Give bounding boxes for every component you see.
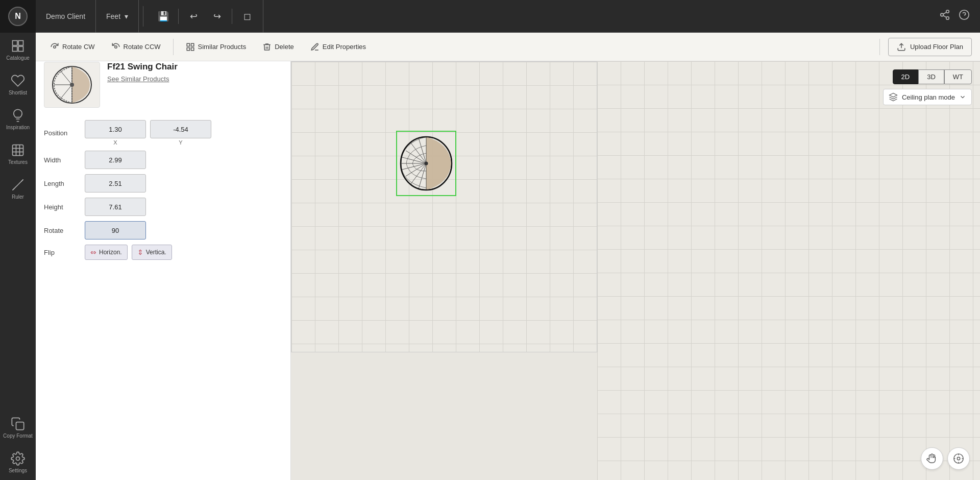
top-bar: N Demo Client Feet ▾ 💾 ↩ ↪ ◻ (0, 0, 980, 33)
unit-selector[interactable]: Feet ▾ (96, 0, 139, 33)
flip-horizontal-button[interactable]: ⇔ Horizon. (85, 245, 128, 260)
ruler-icon (11, 178, 25, 192)
product-name: Ff21 Swing Chair (107, 62, 178, 72)
sidebar-item-textures[interactable]: Textures (0, 137, 36, 172)
rotate-label: Rotate (44, 227, 85, 234)
svg-rect-10 (18, 46, 23, 51)
properties-section: Position X Y Width Length He (36, 116, 290, 273)
canvas-grid-right (597, 61, 980, 480)
canvas-grid-left (291, 61, 597, 352)
view-2d-button[interactable]: 2D (893, 69, 919, 84)
compass-tool-button[interactable] (947, 447, 970, 470)
sidebar-label-inspiration: Inspiration (6, 125, 30, 131)
textures-icon (11, 143, 25, 157)
product-info: Ff21 Swing Chair See Similar Products (36, 54, 290, 116)
svg-rect-29 (191, 47, 193, 50)
length-input[interactable] (85, 174, 146, 193)
share-button[interactable] (939, 9, 950, 23)
sidebar-item-settings[interactable]: Settings (0, 445, 36, 480)
flip-row: Flip ⇔ Horizon. ⇕ Vertica. (44, 245, 282, 260)
delete-icon (262, 42, 272, 52)
width-input[interactable] (85, 151, 146, 169)
height-input[interactable] (85, 198, 146, 216)
position-label: Position (44, 129, 85, 137)
delete-label: Delete (275, 43, 294, 51)
logo-area: N (0, 0, 36, 33)
position-y-input[interactable] (150, 120, 211, 138)
client-name: Demo Client (36, 0, 96, 33)
length-label: Length (44, 180, 85, 187)
sidebar-item-catalogue[interactable]: Catalogue (0, 33, 36, 67)
rotate-ccw-label: Rotate CCW (124, 43, 161, 51)
svg-point-25 (54, 45, 56, 48)
position-x-input[interactable] (85, 120, 146, 138)
svg-line-4 (943, 12, 946, 14)
view-wt-button[interactable]: WT (944, 69, 972, 84)
rotate-input[interactable] (85, 221, 146, 239)
ceiling-mode-selector[interactable]: Ceiling plan mode (883, 89, 972, 105)
furniture-item[interactable] (398, 133, 454, 194)
catalogue-icon (11, 39, 25, 53)
svg-point-0 (946, 10, 949, 13)
delete-button[interactable]: Delete (256, 39, 300, 55)
shortlist-icon (11, 74, 25, 88)
similar-products-button[interactable]: Similar Products (180, 39, 253, 55)
position-x-group: X (85, 120, 146, 146)
layers-icon (889, 92, 898, 102)
svg-point-26 (114, 45, 117, 48)
sidebar-label-textures: Textures (8, 159, 28, 165)
rotate-cw-button[interactable]: Rotate CW (44, 39, 101, 55)
edit-properties-label: Edit Properties (323, 43, 366, 51)
edit-panel: Edit Element Cancel Ff21 Swing Chair See… (36, 33, 291, 480)
svg-rect-11 (13, 145, 23, 156)
svg-line-20 (60, 70, 72, 85)
length-row: Length (44, 174, 282, 193)
flip-horizontal-label: Horizon. (99, 249, 122, 256)
rotate-ccw-button[interactable]: Rotate CCW (105, 39, 167, 55)
x-label: X (113, 139, 117, 146)
secondary-bar-right: Upload Floor Plan (875, 38, 972, 56)
redo-button[interactable]: ↪ (206, 6, 228, 27)
product-details: Ff21 Swing Chair See Similar Products (107, 62, 178, 83)
top-toolbar: 💾 ↩ ↪ ◻ (148, 0, 263, 33)
rotate-cw-label: Rotate CW (62, 43, 95, 51)
inspiration-icon (11, 108, 25, 123)
svg-rect-28 (191, 43, 193, 46)
position-row: Position X Y (44, 120, 282, 146)
svg-point-48 (957, 457, 960, 460)
rotate-row: Rotate (44, 221, 282, 239)
product-thumbnail (44, 62, 100, 108)
view-3d-button[interactable]: 3D (918, 69, 944, 84)
left-sidebar: Catalogue Shortlist Inspiration Textures… (0, 0, 36, 480)
sidebar-item-copy-format[interactable]: Copy Format (0, 411, 36, 445)
svg-point-1 (941, 13, 944, 16)
see-similar-products[interactable]: See Similar Products (107, 75, 178, 83)
sidebar-label-ruler: Ruler (12, 194, 24, 200)
sidebar-item-shortlist[interactable]: Shortlist (0, 67, 36, 102)
height-label: Height (44, 203, 85, 211)
sidebar-label-shortlist: Shortlist (9, 90, 27, 96)
upload-floor-plan-label: Upload Floor Plan (910, 43, 963, 51)
sidebar-label-copy-format: Copy Format (3, 433, 33, 439)
selection-border (396, 131, 456, 196)
svg-point-2 (946, 17, 949, 19)
upload-floor-plan-button[interactable]: Upload Floor Plan (888, 38, 972, 56)
sidebar-item-inspiration[interactable]: Inspiration (0, 102, 36, 137)
flip-vertical-button[interactable]: ⇕ Vertica. (132, 245, 172, 260)
svg-rect-8 (18, 41, 23, 45)
y-label: Y (179, 139, 182, 146)
hand-tool-button[interactable] (921, 447, 943, 470)
eraser-button[interactable]: ◻ (236, 6, 258, 27)
save-button[interactable]: 💾 (153, 6, 174, 27)
width-label: Width (44, 156, 85, 164)
secondary-toolbar: Rotate CW Rotate CCW Similar Products De… (36, 33, 980, 61)
sidebar-item-ruler[interactable]: Ruler (0, 172, 36, 206)
svg-marker-46 (889, 93, 897, 98)
undo-button[interactable]: ↩ (183, 6, 204, 27)
canvas-area[interactable]: 2D 3D WT Ceiling plan mode (291, 61, 980, 480)
svg-rect-27 (187, 43, 189, 46)
edit-properties-button[interactable]: Edit Properties (304, 39, 372, 55)
help-button[interactable] (959, 9, 970, 23)
svg-line-3 (943, 15, 946, 17)
width-row: Width (44, 151, 282, 169)
